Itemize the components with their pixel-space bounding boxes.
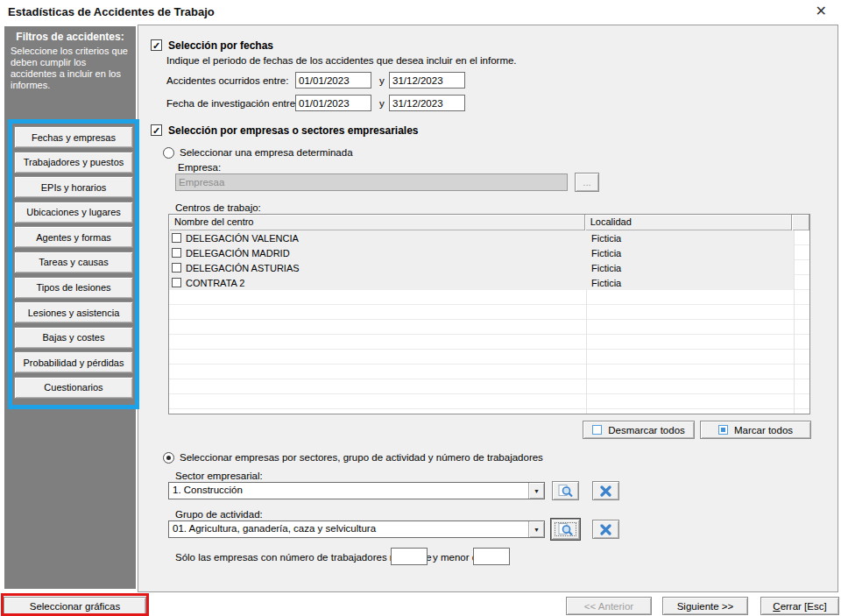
- sector-clear-button[interactable]: [592, 481, 619, 500]
- centro-nombre: DELEGACIÓN VALENCIA: [186, 233, 299, 244]
- sector-value: 1. Construcción: [169, 483, 528, 499]
- checked-box-icon: [718, 425, 728, 435]
- grupo-clear-button[interactable]: [592, 520, 619, 539]
- row-checkbox[interactable]: [172, 263, 181, 273]
- empresas-checkbox[interactable]: ✓: [151, 124, 162, 136]
- centros-table: Nombre del centro Localidad DELEGACIÓN V…: [168, 214, 810, 414]
- sidebar-items: Fechas y empresasTrabajadores y puestosE…: [8, 119, 139, 409]
- workers-max-input[interactable]: [473, 548, 510, 565]
- centro-localidad: Ficticia: [591, 248, 621, 258]
- centro-nombre: CONTRATA 2: [186, 278, 244, 288]
- seleccionar-graficas-button[interactable]: Seleccionar gráficas: [4, 597, 146, 615]
- empresa-determinada-radio[interactable]: [163, 147, 174, 159]
- sidebar-item-epis-y-horarios[interactable]: EPIs y horarios: [14, 176, 133, 198]
- select-all-label: Marcar todos: [734, 425, 793, 435]
- cerrar-button[interactable]: Cerrar [Esc]: [760, 597, 839, 615]
- fechas-hint: Indique el periodo de fechas de los acci…: [166, 55, 517, 66]
- centros-label: Centros de trabajo:: [175, 202, 261, 213]
- sidebar-item-ubicaciones-y-lugares[interactable]: Ubicaciones y lugares: [14, 202, 133, 223]
- check-icon: ✓: [152, 41, 160, 50]
- ocurridos-and-label: y: [379, 75, 385, 86]
- workers-min-input[interactable]: [391, 548, 428, 565]
- row-checkbox[interactable]: [172, 248, 181, 258]
- column-header-nombre[interactable]: Nombre del centro: [169, 215, 585, 230]
- empresas-section-label[interactable]: Selección por empresas o sectores empres…: [168, 124, 419, 137]
- magnifier-icon: [558, 523, 574, 536]
- sidebar-item-lesiones-y-asistencia[interactable]: Lesiones y asistencia: [14, 301, 133, 323]
- investigacion-from-input[interactable]: [295, 95, 371, 111]
- empresa-browse-button[interactable]: ...: [575, 173, 599, 192]
- window-title: Estadísticas de Accidentes de Trabajo: [8, 5, 215, 18]
- empresa-determinada-label[interactable]: Seleccionar una empresa determinada: [180, 147, 353, 158]
- table-gridline-vertical: [586, 290, 587, 414]
- grupo-search-button[interactable]: [551, 519, 580, 540]
- centro-localidad: Ficticia: [591, 278, 621, 288]
- cerrar-label: Cerrar [Esc]: [773, 601, 826, 612]
- seleccionar-graficas-label: Seleccionar gráficas: [30, 601, 121, 612]
- centro-nombre: DELEGACIÓN MADRID: [186, 248, 290, 258]
- sector-label: Sector empresarial:: [175, 471, 263, 481]
- sidebar-item-tareas-y-causas[interactable]: Tareas y causas: [14, 251, 133, 273]
- deselect-all-label: Desmarcar todos: [608, 425, 685, 435]
- sidebar: Filtros de accidentes: Seleccione los cr…: [4, 26, 136, 589]
- sector-search-button[interactable]: [552, 481, 579, 500]
- investigacion-label: Fecha de investigación entre:: [166, 98, 298, 109]
- select-all-button[interactable]: Marcar todos: [700, 421, 811, 439]
- ocurridos-label: Accidentes ocurridos entre:: [166, 75, 288, 86]
- sidebar-item-probabilidad-y-perdidas[interactable]: Probabilidad y pérdidas: [14, 351, 133, 373]
- empresa-input[interactable]: [175, 173, 568, 191]
- radio-dot: [166, 456, 171, 460]
- investigacion-and-label: y: [379, 98, 385, 109]
- sectores-radio-label[interactable]: Seleccionar empresas por sectores, grupo…: [180, 452, 543, 463]
- deselect-all-button[interactable]: Desmarcar todos: [583, 421, 695, 439]
- row-checkbox[interactable]: [172, 233, 181, 243]
- grupo-select[interactable]: 01. Agricultura, ganadería, caza y selvi…: [168, 520, 545, 538]
- chevron-down-icon[interactable]: ▼: [528, 521, 544, 537]
- close-icon[interactable]: ✕: [812, 3, 830, 19]
- sectores-radio[interactable]: [163, 452, 174, 464]
- sidebar-item-cuestionarios[interactable]: Cuestionarios: [14, 377, 133, 399]
- table-row[interactable]: DELEGACIÓN MADRIDFicticia: [169, 245, 794, 260]
- fechas-checkbox[interactable]: ✓: [151, 39, 162, 51]
- grupo-value: 01. Agricultura, ganadería, caza y selvi…: [169, 521, 528, 537]
- ocurridos-to-input[interactable]: [389, 72, 465, 89]
- dialog-window: Estadísticas de Accidentes de Trabajo ✕ …: [0, 0, 841, 616]
- x-icon: [599, 524, 612, 535]
- sidebar-item-tipos-de-lesiones[interactable]: Tipos de lesiones: [14, 277, 133, 299]
- grupo-label: Grupo de actividad:: [175, 509, 263, 520]
- siguiente-label: Siguiente >>: [677, 601, 734, 612]
- unchecked-box-icon: [592, 425, 602, 435]
- row-checkbox[interactable]: [172, 278, 181, 287]
- siguiente-button[interactable]: Siguiente >>: [662, 597, 748, 615]
- fechas-section-label[interactable]: Selección por fechas: [168, 39, 273, 52]
- sidebar-item-agentes-y-formas[interactable]: Agentes y formas: [14, 226, 133, 248]
- centro-nombre: DELEGACIÓN ASTURIAS: [186, 263, 300, 273]
- magnifier-icon: [558, 485, 574, 498]
- x-icon: [599, 485, 612, 497]
- centros-table-header: Nombre del centro Localidad: [169, 215, 809, 230]
- investigacion-to-input[interactable]: [389, 95, 465, 111]
- column-header-extra[interactable]: [792, 215, 809, 230]
- centros-table-body: DELEGACIÓN VALENCIAFicticiaDELEGACIÓN MA…: [169, 230, 809, 414]
- table-gridline-vertical: [794, 230, 795, 414]
- ellipsis-icon: ...: [583, 177, 591, 188]
- anterior-button[interactable]: << Anterior: [566, 597, 652, 615]
- sidebar-item-bajas-y-costes[interactable]: Bajas y costes: [14, 327, 133, 349]
- anterior-label: << Anterior: [584, 601, 633, 612]
- centro-localidad: Ficticia: [591, 233, 621, 244]
- sector-select[interactable]: 1. Construcción ▼: [168, 482, 545, 499]
- chevron-down-icon[interactable]: ▼: [528, 483, 544, 499]
- column-header-localidad[interactable]: Localidad: [585, 215, 792, 230]
- sidebar-item-fechas-y-empresas[interactable]: Fechas y empresas: [14, 126, 133, 148]
- centro-localidad: Ficticia: [591, 263, 621, 273]
- table-row[interactable]: DELEGACIÓN VALENCIAFicticia: [169, 230, 794, 245]
- sidebar-description: Seleccione los criterios que deben cumpl…: [4, 46, 136, 91]
- check-icon: ✓: [152, 126, 160, 135]
- ocurridos-from-input[interactable]: [295, 72, 371, 89]
- sidebar-item-trabajadores-y-puestos[interactable]: Trabajadores y puestos: [14, 152, 133, 173]
- table-row[interactable]: DELEGACIÓN ASTURIASFicticia: [169, 260, 794, 275]
- sidebar-header: Filtros de accidentes:: [4, 31, 136, 43]
- empresa-label: Empresa:: [178, 162, 221, 173]
- titlebar: Estadísticas de Accidentes de Trabajo ✕: [0, 0, 841, 23]
- table-row[interactable]: CONTRATA 2Ficticia: [169, 275, 794, 290]
